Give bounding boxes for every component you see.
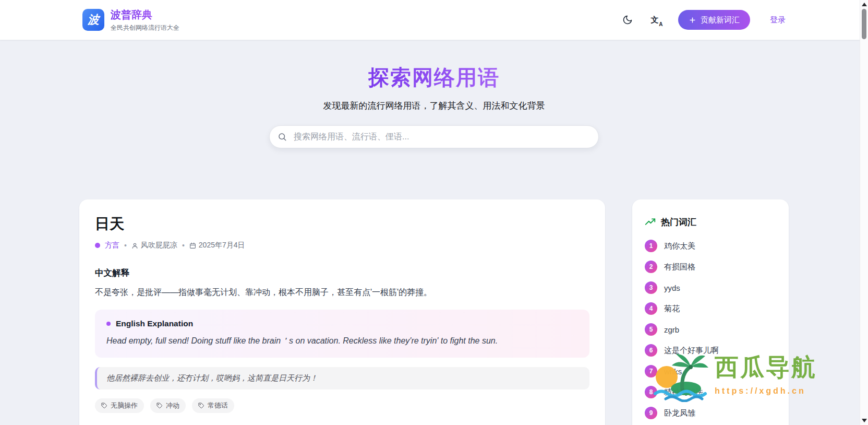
tag-chip[interactable]: 无脑操作 <box>95 398 144 413</box>
languages-icon: 文A <box>651 15 659 25</box>
language-toggle-button[interactable]: 文A <box>645 10 665 30</box>
site-title: 波普辞典 <box>111 8 179 22</box>
entry-author: 风吹屁屁凉 <box>131 241 177 250</box>
hot-words-card: 热门词汇 1 鸡你太美 2 有损国格 3 yyds 4 菊花 5 zgrb <box>632 199 789 425</box>
rank-badge: 1 <box>645 240 657 252</box>
english-explanation-text: Head empty, full send! Doing stuff like … <box>106 335 578 347</box>
english-explanation-heading: English Explanation <box>116 319 193 328</box>
search-input[interactable] <box>269 125 599 148</box>
browser-scrollbar[interactable] <box>860 0 868 425</box>
moon-icon <box>622 15 633 25</box>
hot-word-label: 菊花 <box>664 304 680 314</box>
search-bar <box>269 125 599 148</box>
rank-badge: 7 <box>645 365 657 377</box>
meta-separator: • <box>124 241 127 250</box>
entry-category[interactable]: 方言 <box>105 241 119 250</box>
rank-badge: 3 <box>645 281 657 294</box>
bullet-dot-icon <box>106 322 111 326</box>
hero-section: 探索网络用语 发现最新的流行网络用语，了解其含义、用法和文化背景 <box>0 40 868 148</box>
page-tagline: 发现最新的流行网络用语，了解其含义、用法和文化背景 <box>0 100 868 112</box>
user-icon <box>131 242 138 249</box>
contribute-word-button[interactable]: 贡献新词汇 <box>678 10 750 30</box>
tag-list: 无脑操作 冲动 常德话 <box>95 398 589 413</box>
meta-separator: • <box>182 241 185 250</box>
chinese-explanation-text: 不是夸张，是批评——指做事毫无计划、靠冲动，根本不用脑子，甚至有点'一根筋'的莽… <box>95 286 589 298</box>
word-entry-card: 日天 方言 • 风吹屁屁凉 • 2025年7月4日 中文解释 不是夸张，是批评—… <box>79 199 605 425</box>
hot-word-item[interactable]: 6 这是个好事儿啊 <box>645 340 776 361</box>
hot-word-item[interactable]: 3 yyds <box>645 277 776 298</box>
rank-badge: 8 <box>645 386 657 398</box>
hot-words-list: 1 鸡你太美 2 有损国格 3 yyds 4 菊花 5 zgrb 6 这是个好事… <box>645 235 776 425</box>
calendar-icon <box>189 242 196 249</box>
hot-word-label: 这是个好事儿啊 <box>664 346 719 356</box>
hot-word-label: 卧龙凤雏 <box>664 408 695 418</box>
tag-chip[interactable]: 常德话 <box>192 398 234 413</box>
page-title: 探索网络用语 <box>368 63 500 92</box>
scrollbar-up-icon[interactable] <box>862 3 867 6</box>
hot-words-title: 热门词汇 <box>661 216 696 228</box>
hot-word-item[interactable]: 7 whks <box>645 361 776 382</box>
hot-word-label: yyds <box>664 284 680 292</box>
category-dot-icon <box>95 243 100 248</box>
rank-badge: 2 <box>645 261 657 273</box>
hot-word-item[interactable]: 4 菊花 <box>645 298 776 319</box>
author-name: 风吹屁屁凉 <box>141 241 177 250</box>
hot-word-item[interactable]: 8 精神离职法 <box>645 382 776 403</box>
rank-badge: 6 <box>645 344 657 357</box>
date-text: 2025年7月4日 <box>199 241 245 250</box>
example-sentence: 他居然裸辞去创业，还冇计划，哎哟妈，这简直是日天行为！ <box>95 367 589 389</box>
plus-icon <box>689 16 696 24</box>
theme-toggle-button[interactable] <box>618 10 637 30</box>
english-explanation-box: English Explanation Head empty, full sen… <box>95 310 589 357</box>
tag-label: 冲动 <box>166 401 179 410</box>
hot-word-label: zgrb <box>664 325 679 334</box>
site-subtitle: 全民共创网络流行语大全 <box>111 23 179 32</box>
login-link[interactable]: 登录 <box>770 15 786 25</box>
rank-badge: 9 <box>645 407 657 419</box>
entry-date: 2025年7月4日 <box>189 241 245 250</box>
rank-badge: 5 <box>645 323 657 336</box>
entry-meta: 方言 • 风吹屁屁凉 • 2025年7月4日 <box>95 241 589 250</box>
contribute-word-label: 贡献新词汇 <box>701 15 740 25</box>
site-brand[interactable]: 波 波普辞典 全民共创网络流行语大全 <box>82 8 179 32</box>
content-area: 日天 方言 • 风吹屁屁凉 • 2025年7月4日 中文解释 不是夸张，是批评—… <box>79 199 789 425</box>
tag-label: 无脑操作 <box>111 401 138 410</box>
hot-word-label: 有损国格 <box>664 262 695 272</box>
chinese-explanation-heading: 中文解释 <box>95 267 589 279</box>
tag-icon <box>198 403 204 409</box>
tag-icon <box>156 403 163 409</box>
site-logo-icon: 波 <box>82 9 104 31</box>
search-icon <box>278 132 287 141</box>
hot-word-item[interactable]: 1 鸡你太美 <box>645 235 776 256</box>
rank-badge: 4 <box>645 302 657 315</box>
hot-word-item[interactable]: 2 有损国格 <box>645 256 776 277</box>
hot-word-label: 鸡你太美 <box>664 241 695 251</box>
tag-icon <box>101 403 107 409</box>
scrollbar-thumb[interactable] <box>862 9 866 39</box>
top-navigation-bar: 波 波普辞典 全民共创网络流行语大全 文A 贡献新词汇 登录 <box>0 0 868 40</box>
hot-word-item[interactable]: 9 卧龙凤雏 <box>645 403 776 423</box>
hot-word-item[interactable]: 5 zgrb <box>645 319 776 340</box>
hot-word-label: whks <box>664 367 682 376</box>
hot-word-label: 精神离职法 <box>664 387 703 397</box>
tag-chip[interactable]: 冲动 <box>150 398 186 413</box>
scrollbar-down-icon[interactable] <box>862 419 867 422</box>
tag-label: 常德话 <box>208 401 228 410</box>
trending-up-icon <box>645 217 656 228</box>
entry-word-title: 日天 <box>95 214 589 234</box>
